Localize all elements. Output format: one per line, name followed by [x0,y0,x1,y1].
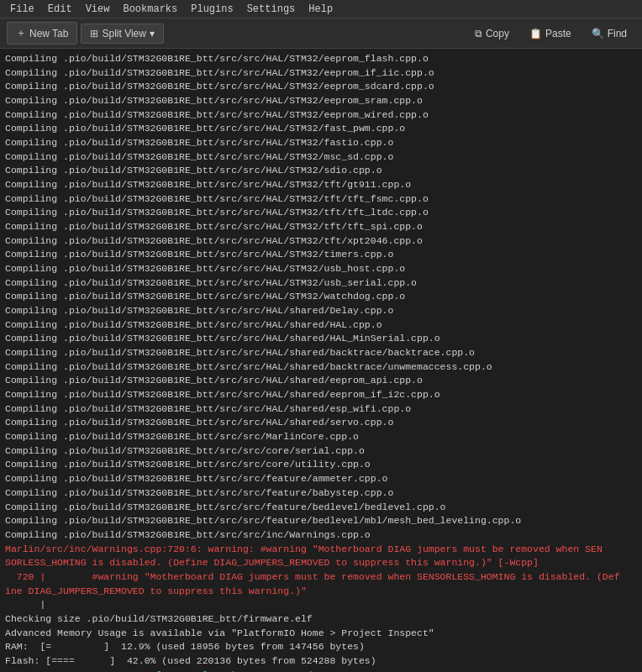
toolbar-right: ⧉ Copy 📋 Paste 🔍 Find [466,24,635,43]
terminal[interactable]: Compiling .pio/build/STM32G0B1RE_btt/src… [0,49,642,672]
split-view-button[interactable]: ⊞ Split View ▾ [81,24,163,44]
find-button[interactable]: 🔍 Find [583,24,635,43]
compile-line-5: Compiling .pio/build/STM32G0B1RE_btt/src… [5,108,637,123]
compile-line-28: Compiling .pio/build/STM32G0B1RE_btt/src… [5,430,637,444]
compile-line-14: Compiling .pio/build/STM32G0B1RE_btt/src… [5,234,637,249]
copy-button[interactable]: ⧉ Copy [466,24,518,43]
compile-line-32: Compiling .pio/build/STM32G0B1RE_btt/src… [5,486,637,501]
compile-line-23: Compiling .pio/build/STM32G0B1RE_btt/src… [5,360,637,375]
menu-help[interactable]: Help [302,2,339,17]
compile-line-19: Compiling .pio/build/STM32G0B1RE_btt/src… [5,304,637,318]
post-warning-2: Checking size .pio/build/STM32G0B1RE_btt… [5,612,637,627]
compile-line-24: Compiling .pio/build/STM32G0B1RE_btt/src… [5,374,637,388]
compile-line-4: Compiling .pio/build/STM32G0B1RE_btt/src… [5,94,637,108]
compile-line-29: Compiling .pio/build/STM32G0B1RE_btt/src… [5,444,637,459]
warning-line-4: ine DIAG_JUMPERS_REMOVED to suppress thi… [5,585,637,599]
compile-line-20: Compiling .pio/build/STM32G0B1RE_btt/src… [5,318,637,333]
menu-file[interactable]: File [3,2,41,17]
warning-line-1: Marlin/src/inc/Warnings.cpp:720:6: warni… [5,543,637,557]
new-tab-button[interactable]: ＋ New Tab [7,22,77,45]
chevron-down-icon: ▾ [150,28,155,39]
compile-line-15: Compiling .pio/build/STM32G0B1RE_btt/src… [5,248,637,262]
compile-line-6: Compiling .pio/build/STM32G0B1RE_btt/src… [5,122,637,136]
menu-edit[interactable]: Edit [41,2,79,17]
split-icon: ⊞ [90,28,98,39]
compile-line-1: Compiling .pio/build/STM32G0B1RE_btt/src… [5,52,637,66]
compile-line-34: Compiling .pio/build/STM32G0B1RE_btt/src… [5,514,637,528]
warning-line-3: 720 | #warning "Motherboard DIAG jumpers… [5,570,637,585]
compile-line-33: Compiling .pio/build/STM32G0B1RE_btt/src… [5,501,637,515]
paste-button[interactable]: 📋 Paste [521,24,580,43]
compile-line-26: Compiling .pio/build/STM32G0B1RE_btt/src… [5,402,637,417]
compile-line-30: Compiling .pio/build/STM32G0B1RE_btt/src… [5,458,637,472]
compile-line-13: Compiling .pio/build/STM32G0B1RE_btt/src… [5,220,637,234]
compile-line-10: Compiling .pio/build/STM32G0B1RE_btt/src… [5,178,637,192]
compile-line-2: Compiling .pio/build/STM32G0B1RE_btt/src… [5,66,637,81]
search-icon: 🔍 [592,28,604,39]
menu-bookmarks[interactable]: Bookmarks [116,2,184,17]
compile-line-16: Compiling .pio/build/STM32G0B1RE_btt/src… [5,262,637,276]
menu-view[interactable]: View [79,2,117,17]
compile-line-7: Compiling .pio/build/STM32G0B1RE_btt/src… [5,136,637,150]
compile-line-9: Compiling .pio/build/STM32G0B1RE_btt/src… [5,164,637,178]
flash-usage: Flash: [==== ] 42.0% (used 220136 bytes … [5,654,637,669]
compile-line-11: Compiling .pio/build/STM32G0B1RE_btt/src… [5,192,637,207]
success-divider: ========================= [SUCCESS] Took… [5,669,637,672]
toolbar: ＋ New Tab ⊞ Split View ▾ ⧉ Copy 📋 Paste … [0,18,642,49]
compile-line-21: Compiling .pio/build/STM32G0B1RE_btt/src… [5,332,637,346]
compile-line-31: Compiling .pio/build/STM32G0B1RE_btt/src… [5,472,637,486]
compile-line-25: Compiling .pio/build/STM32G0B1RE_btt/src… [5,388,637,402]
copy-icon: ⧉ [475,28,482,39]
menu-plugins[interactable]: Plugins [184,2,239,17]
plus-icon: ＋ [16,26,26,40]
compile-line-35: Compiling .pio/build/STM32G0B1RE_btt/src… [5,528,637,543]
menu-settings[interactable]: Settings [240,2,303,17]
compile-line-17: Compiling .pio/build/STM32G0B1RE_btt/src… [5,276,637,291]
post-warning-1: | [5,598,637,612]
compile-line-8: Compiling .pio/build/STM32G0B1RE_btt/src… [5,150,637,165]
compile-line-3: Compiling .pio/build/STM32G0B1RE_btt/src… [5,80,637,94]
menubar: File Edit View Bookmarks Plugins Setting… [0,0,642,18]
post-warning-3: Advanced Memory Usage is available via "… [5,627,637,641]
compile-line-18: Compiling .pio/build/STM32G0B1RE_btt/src… [5,290,637,304]
ram-usage: RAM: [= ] 12.9% (used 18956 bytes from 1… [5,640,637,654]
paste-icon: 📋 [529,28,542,39]
warning-line-2: SORLESS_HOMING is disabled. (Define DIAG… [5,556,637,570]
compile-line-22: Compiling .pio/build/STM32G0B1RE_btt/src… [5,346,637,360]
compile-line-12: Compiling .pio/build/STM32G0B1RE_btt/src… [5,206,637,220]
compile-line-27: Compiling .pio/build/STM32G0B1RE_btt/src… [5,416,637,430]
